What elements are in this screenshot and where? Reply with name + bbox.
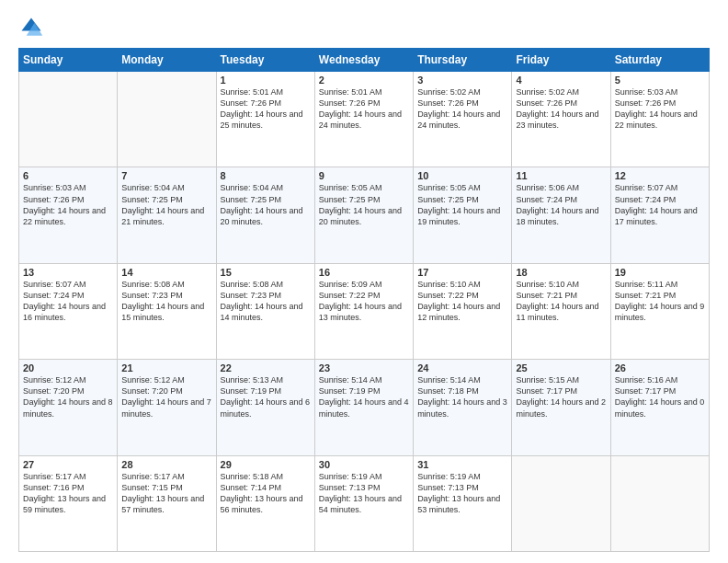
week-row-1: 1Sunrise: 5:01 AM Sunset: 7:26 PM Daylig… [19, 72, 710, 167]
calendar-cell: 29Sunrise: 5:18 AM Sunset: 7:14 PM Dayli… [216, 455, 314, 551]
calendar-cell: 9Sunrise: 5:05 AM Sunset: 7:25 PM Daylig… [314, 167, 413, 263]
calendar-cell: 12Sunrise: 5:07 AM Sunset: 7:24 PM Dayli… [610, 167, 709, 263]
cell-content: Sunrise: 5:08 AM Sunset: 7:23 PM Dayligh… [121, 279, 211, 324]
day-number: 21 [121, 362, 211, 373]
day-number: 23 [319, 362, 409, 373]
day-number: 24 [417, 362, 507, 373]
cell-content: Sunrise: 5:12 AM Sunset: 7:20 PM Dayligh… [23, 374, 113, 419]
day-number: 6 [23, 170, 113, 181]
calendar-cell: 7Sunrise: 5:04 AM Sunset: 7:25 PM Daylig… [118, 167, 216, 263]
calendar-cell: 11Sunrise: 5:06 AM Sunset: 7:24 PM Dayli… [512, 167, 610, 263]
calendar-cell: 19Sunrise: 5:11 AM Sunset: 7:21 PM Dayli… [610, 263, 709, 359]
calendar-cell [118, 72, 216, 167]
day-number: 13 [23, 267, 113, 278]
calendar-cell: 15Sunrise: 5:08 AM Sunset: 7:23 PM Dayli… [216, 263, 314, 359]
day-number: 19 [615, 267, 705, 278]
calendar-cell: 31Sunrise: 5:19 AM Sunset: 7:13 PM Dayli… [414, 455, 512, 551]
calendar-cell: 2Sunrise: 5:01 AM Sunset: 7:26 PM Daylig… [314, 72, 413, 167]
cell-content: Sunrise: 5:01 AM Sunset: 7:26 PM Dayligh… [221, 86, 311, 132]
calendar-cell: 30Sunrise: 5:19 AM Sunset: 7:13 PM Dayli… [314, 455, 413, 551]
calendar-cell: 13Sunrise: 5:07 AM Sunset: 7:24 PM Dayli… [19, 263, 118, 359]
day-number: 31 [417, 459, 507, 470]
day-number: 29 [221, 459, 311, 470]
calendar-cell: 17Sunrise: 5:10 AM Sunset: 7:22 PM Dayli… [414, 263, 512, 359]
cell-content: Sunrise: 5:07 AM Sunset: 7:24 PM Dayligh… [615, 182, 705, 227]
day-number: 22 [221, 362, 311, 373]
weekday-header-saturday: Saturday [610, 49, 709, 72]
day-number: 11 [516, 170, 606, 181]
calendar-cell: 14Sunrise: 5:08 AM Sunset: 7:23 PM Dayli… [118, 263, 216, 359]
calendar-cell: 26Sunrise: 5:16 AM Sunset: 7:17 PM Dayli… [610, 360, 709, 455]
cell-content: Sunrise: 5:13 AM Sunset: 7:19 PM Dayligh… [221, 374, 311, 419]
day-number: 28 [121, 459, 211, 470]
calendar-cell: 1Sunrise: 5:01 AM Sunset: 7:26 PM Daylig… [216, 72, 314, 167]
cell-content: Sunrise: 5:07 AM Sunset: 7:24 PM Dayligh… [23, 279, 113, 324]
logo-icon [18, 15, 44, 40]
weekday-header-thursday: Thursday [414, 49, 512, 72]
weekday-header-friday: Friday [512, 49, 610, 72]
cell-content: Sunrise: 5:02 AM Sunset: 7:26 PM Dayligh… [516, 86, 606, 132]
calendar-table: SundayMondayTuesdayWednesdayThursdayFrid… [18, 48, 710, 552]
cell-content: Sunrise: 5:17 AM Sunset: 7:16 PM Dayligh… [23, 471, 113, 516]
calendar-cell: 4Sunrise: 5:02 AM Sunset: 7:26 PM Daylig… [512, 72, 610, 167]
calendar-cell: 5Sunrise: 5:03 AM Sunset: 7:26 PM Daylig… [610, 72, 709, 167]
cell-content: Sunrise: 5:06 AM Sunset: 7:24 PM Dayligh… [516, 182, 606, 227]
cell-content: Sunrise: 5:14 AM Sunset: 7:18 PM Dayligh… [417, 374, 507, 419]
cell-content: Sunrise: 5:02 AM Sunset: 7:26 PM Dayligh… [417, 86, 507, 132]
calendar-cell: 25Sunrise: 5:15 AM Sunset: 7:17 PM Dayli… [512, 360, 610, 455]
cell-content: Sunrise: 5:08 AM Sunset: 7:23 PM Dayligh… [221, 279, 311, 324]
cell-content: Sunrise: 5:01 AM Sunset: 7:26 PM Dayligh… [319, 86, 409, 132]
calendar-cell: 21Sunrise: 5:12 AM Sunset: 7:20 PM Dayli… [118, 360, 216, 455]
day-number: 8 [221, 170, 311, 181]
day-number: 12 [615, 170, 705, 181]
cell-content: Sunrise: 5:19 AM Sunset: 7:13 PM Dayligh… [319, 471, 409, 516]
week-row-4: 20Sunrise: 5:12 AM Sunset: 7:20 PM Dayli… [19, 360, 710, 455]
calendar-cell: 16Sunrise: 5:09 AM Sunset: 7:22 PM Dayli… [314, 263, 413, 359]
header [18, 15, 710, 40]
day-number: 15 [221, 267, 311, 278]
calendar-cell: 8Sunrise: 5:04 AM Sunset: 7:25 PM Daylig… [216, 167, 314, 263]
weekday-header-row: SundayMondayTuesdayWednesdayThursdayFrid… [19, 49, 710, 72]
calendar-cell: 10Sunrise: 5:05 AM Sunset: 7:25 PM Dayli… [414, 167, 512, 263]
week-row-5: 27Sunrise: 5:17 AM Sunset: 7:16 PM Dayli… [19, 455, 710, 551]
day-number: 2 [319, 75, 409, 86]
week-row-3: 13Sunrise: 5:07 AM Sunset: 7:24 PM Dayli… [19, 263, 710, 359]
cell-content: Sunrise: 5:03 AM Sunset: 7:26 PM Dayligh… [23, 182, 113, 227]
weekday-header-sunday: Sunday [19, 49, 118, 72]
cell-content: Sunrise: 5:03 AM Sunset: 7:26 PM Dayligh… [615, 86, 705, 132]
day-number: 27 [23, 459, 113, 470]
cell-content: Sunrise: 5:14 AM Sunset: 7:19 PM Dayligh… [319, 374, 409, 419]
cell-content: Sunrise: 5:05 AM Sunset: 7:25 PM Dayligh… [319, 182, 409, 227]
calendar-cell: 18Sunrise: 5:10 AM Sunset: 7:21 PM Dayli… [512, 263, 610, 359]
cell-content: Sunrise: 5:10 AM Sunset: 7:22 PM Dayligh… [417, 279, 507, 324]
calendar-cell: 28Sunrise: 5:17 AM Sunset: 7:15 PM Dayli… [118, 455, 216, 551]
day-number: 14 [121, 267, 211, 278]
day-number: 17 [417, 267, 507, 278]
cell-content: Sunrise: 5:04 AM Sunset: 7:25 PM Dayligh… [121, 182, 211, 227]
day-number: 26 [615, 362, 705, 373]
cell-content: Sunrise: 5:12 AM Sunset: 7:20 PM Dayligh… [121, 374, 211, 419]
calendar-cell: 23Sunrise: 5:14 AM Sunset: 7:19 PM Dayli… [314, 360, 413, 455]
calendar-cell: 27Sunrise: 5:17 AM Sunset: 7:16 PM Dayli… [19, 455, 118, 551]
cell-content: Sunrise: 5:10 AM Sunset: 7:21 PM Dayligh… [516, 279, 606, 324]
day-number: 1 [221, 75, 311, 86]
day-number: 9 [319, 170, 409, 181]
calendar-cell: 20Sunrise: 5:12 AM Sunset: 7:20 PM Dayli… [19, 360, 118, 455]
calendar-cell [512, 455, 610, 551]
cell-content: Sunrise: 5:05 AM Sunset: 7:25 PM Dayligh… [417, 182, 507, 227]
page: SundayMondayTuesdayWednesdayThursdayFrid… [0, 0, 728, 563]
cell-content: Sunrise: 5:04 AM Sunset: 7:25 PM Dayligh… [221, 182, 311, 227]
cell-content: Sunrise: 5:15 AM Sunset: 7:17 PM Dayligh… [516, 374, 606, 419]
day-number: 16 [319, 267, 409, 278]
calendar-cell: 3Sunrise: 5:02 AM Sunset: 7:26 PM Daylig… [414, 72, 512, 167]
weekday-header-monday: Monday [118, 49, 216, 72]
calendar-cell [19, 72, 118, 167]
day-number: 20 [23, 362, 113, 373]
calendar-cell [610, 455, 709, 551]
cell-content: Sunrise: 5:09 AM Sunset: 7:22 PM Dayligh… [319, 279, 409, 324]
calendar-cell: 24Sunrise: 5:14 AM Sunset: 7:18 PM Dayli… [414, 360, 512, 455]
day-number: 30 [319, 459, 409, 470]
day-number: 18 [516, 267, 606, 278]
week-row-2: 6Sunrise: 5:03 AM Sunset: 7:26 PM Daylig… [19, 167, 710, 263]
day-number: 5 [615, 75, 705, 86]
